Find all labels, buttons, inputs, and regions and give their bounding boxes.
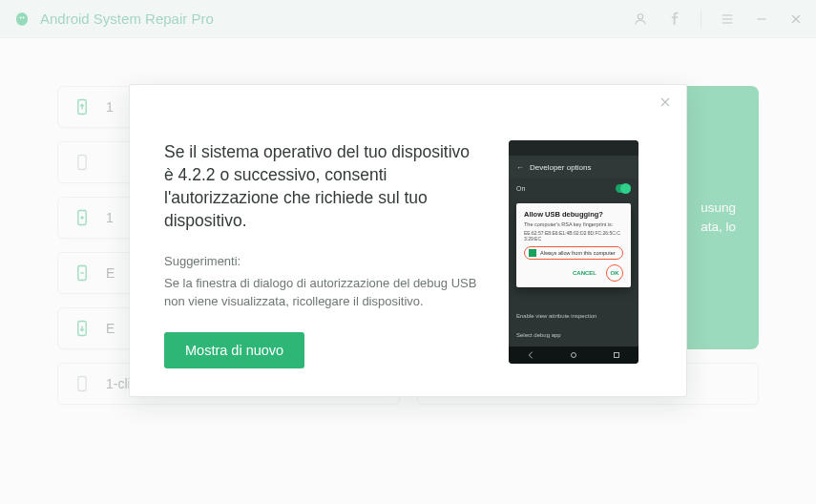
nav-back-icon bbox=[526, 350, 535, 360]
checkbox-icon bbox=[529, 249, 536, 257]
modal-body: Se il sistema operativo del tuo disposit… bbox=[130, 85, 686, 396]
dialog-fingerprint: EE:62:57:E8:E6:E1:4B:02:D2:8D:FC:26:5C:C… bbox=[524, 230, 623, 242]
usb-debug-modal: Se il sistema operativo del tuo disposit… bbox=[129, 84, 687, 397]
phone-row-debug: Select debug app bbox=[516, 327, 631, 343]
dialog-ok-highlight: OK bbox=[606, 264, 623, 282]
phone-header: ← Developer options bbox=[509, 156, 638, 178]
phone-on-label: On bbox=[516, 185, 525, 192]
dialog-subtitle: The computer's RSA key fingerprint is: bbox=[524, 221, 623, 228]
dialog-actions: CANCEL OK bbox=[524, 264, 623, 282]
phone-on-row: On bbox=[509, 178, 638, 198]
app-window: Android System Repair Pro bbox=[0, 0, 816, 504]
phone-dialog: Allow USB debugging? The computer's RSA … bbox=[516, 203, 631, 287]
dialog-checkbox-row: Always allow from this computer bbox=[524, 246, 623, 260]
nav-recent-icon bbox=[612, 350, 621, 360]
show-again-button[interactable]: Mostra di nuovo bbox=[164, 332, 304, 368]
phone-navbar bbox=[509, 346, 638, 364]
checkbox-label: Always allow from this computer bbox=[540, 250, 616, 256]
phone-statusbar bbox=[509, 140, 638, 156]
svg-point-18 bbox=[571, 353, 575, 358]
modal-tips-label: Suggerimenti: bbox=[164, 254, 480, 268]
modal-close-icon[interactable] bbox=[658, 94, 675, 112]
modal-image-column: ← Developer options On Allow USB debuggi… bbox=[509, 140, 652, 364]
dialog-cancel: CANCEL bbox=[573, 270, 596, 276]
modal-text-column: Se il sistema operativo del tuo disposit… bbox=[164, 140, 480, 364]
modal-heading: Se il sistema operativo del tuo disposit… bbox=[164, 140, 480, 233]
dialog-ok: OK bbox=[611, 270, 619, 276]
modal-tips-text: Se la finestra di dialogo di autorizzazi… bbox=[164, 274, 479, 311]
phone-row-attr: Enable view attribute inspection bbox=[516, 308, 631, 324]
back-arrow-icon: ← bbox=[516, 163, 524, 172]
toggle-icon bbox=[616, 184, 631, 193]
phone-row-debug-label: Select debug app bbox=[516, 332, 561, 338]
phone-row-attr-label: Enable view attribute inspection bbox=[516, 313, 596, 319]
nav-home-icon bbox=[569, 350, 578, 360]
svg-rect-19 bbox=[615, 353, 619, 358]
phone-screenshot: ← Developer options On Allow USB debuggi… bbox=[509, 140, 638, 364]
dialog-title: Allow USB debugging? bbox=[524, 210, 623, 219]
phone-header-title: Developer options bbox=[530, 163, 591, 172]
